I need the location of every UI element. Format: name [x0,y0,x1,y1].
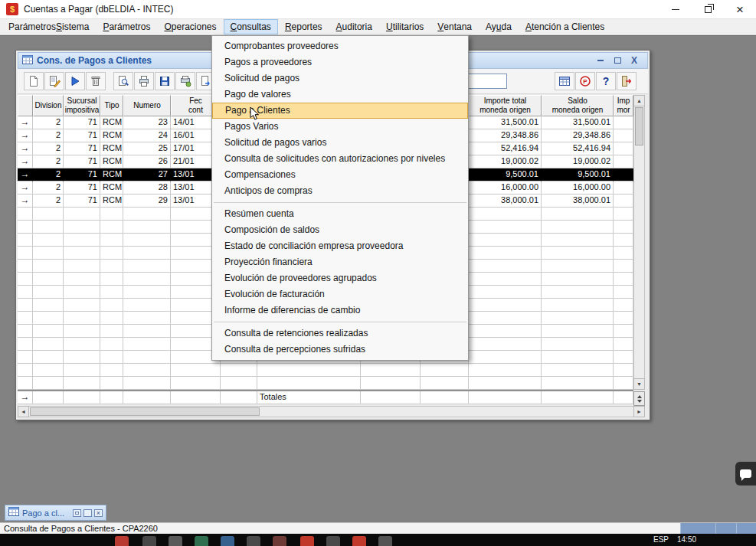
taskbar-app-icon[interactable] [378,536,392,546]
taskbar-app-icon[interactable] [326,536,340,546]
column-header-saldo-moneda-origen[interactable]: Saldomoneda origen [542,95,614,116]
cell-imp-mor [614,181,633,195]
column-header-sucursal-impositiva[interactable]: Sucursalimpositiva [64,95,100,116]
menubar-item-parametros-sistema[interactable]: Parámetros Sistema [2,19,96,34]
vertical-scroll-thumb[interactable] [635,107,643,145]
help-button[interactable]: ? [596,72,616,90]
cell-imp-mor [614,286,633,299]
menu-item-informe-de-diferencias-de-cambio[interactable]: Informe de diferencias de cambio [212,302,468,319]
menu-item-solicitud-de-pagos[interactable]: Solicitud de pagos [212,70,468,87]
close-button[interactable]: × [724,0,756,18]
taskbar-app-icon[interactable] [221,536,234,546]
mini-restore-button[interactable] [73,509,81,517]
edit-record-button[interactable] [44,72,64,90]
grid-button[interactable] [555,72,574,90]
menu-item-evolucion-de-facturacion[interactable]: Evolución de facturación [212,286,468,302]
column-header-tipo[interactable]: Tipo [100,95,123,116]
column-header-division[interactable]: Division [33,95,64,116]
cell-imp-mor [614,325,633,338]
column-header-imp-mor[interactable]: Impmor [614,95,633,116]
menubar-item-atencion-a-clientes[interactable]: Atención a Clientes [519,19,611,34]
menubar-item-consultas[interactable]: Consultas [224,19,278,34]
print-button[interactable] [134,72,154,90]
child-minimize-button[interactable] [596,56,605,65]
menu-item-anticipos-de-compras[interactable]: Anticipos de compras [212,183,468,199]
column-header-numero[interactable]: Numero [123,95,171,116]
preview-icon [117,75,129,87]
vertical-scrollbar[interactable]: ▲ ▼ [633,95,645,390]
grid-empty-row[interactable] [18,377,633,390]
minimized-window[interactable]: Pago a cl... × [5,505,106,521]
toolbar-right-buttons: P? [555,72,637,90]
cell-saldo-moneda-origen: 52,416.94 [542,142,614,155]
cell-importe-total-moneda-origen [469,299,542,312]
p-circle-button[interactable]: P [575,72,595,90]
taskbar-app-icon[interactable] [273,536,286,546]
cell-sucursal-impositiva: 71 [64,142,100,155]
child-restore-button[interactable] [613,56,622,65]
taskbar-app-icon[interactable] [169,536,182,546]
taskbar-language[interactable]: ESP [653,535,669,544]
scroll-up-button[interactable]: ▲ [633,95,645,106]
cell-division: 2 [33,129,64,142]
exit-button[interactable] [617,72,637,90]
menu-item-pagos-varios[interactable]: Pagos Varios [212,119,468,135]
mini-close-button[interactable]: × [94,509,103,517]
minimize-button[interactable] [659,0,692,18]
menu-item-estado-de-conciliacion-empresa-proveedora[interactable]: Estado de conciliación empresa proveedor… [212,238,468,254]
row-selector [18,221,33,234]
scroll-left-button[interactable]: ◄ [18,406,29,417]
taskbar-app-icon[interactable] [195,536,208,546]
menubar-item-operaciones[interactable]: Operaciones [157,19,223,34]
restore-icon [705,6,712,13]
cell-sucursal-impositiva [64,338,100,351]
taskbar-clock[interactable]: 14:50 [677,535,696,544]
menu-item-pagos-a-proveedores[interactable]: Pagos a proveedores [212,54,468,70]
menu-item-consulta-de-percepciones-sufridas[interactable]: Consulta de percepciones sufridas [212,342,468,358]
taskbar-app-icon[interactable] [247,536,260,546]
menu-item-evolucion-de-proveedores-agrupados[interactable]: Evolución de proveedores agrupados [212,270,468,286]
menu-item-consulta-de-solicitudes-con-autorizaciones-por-niveles[interactable]: Consulta de solicitudes con autorizacion… [212,151,468,167]
menu-item-resumen-cuenta[interactable]: Resúmen cuenta [212,206,468,222]
run-query-button[interactable] [65,72,85,90]
menubar-item-reportes[interactable]: Reportes [278,19,329,34]
menubar-item-parametros[interactable]: Parámetros [96,19,157,34]
horizontal-scroll-thumb[interactable] [30,407,260,416]
row-selector: → [18,155,33,168]
chat-overlay-button[interactable] [735,462,756,486]
taskbar-app-icon[interactable] [115,536,129,546]
menu-item-pago-a-clientes[interactable]: Pago a Clientes [212,103,468,119]
menu-item-solicitud-de-pagos-varios[interactable]: Solicitud de pagos varios [212,135,468,151]
menu-item-pago-de-valores[interactable]: Pago de valores [212,87,468,103]
mini-maximize-button[interactable] [83,509,92,517]
menubar-item-auditoria[interactable]: Auditoria [329,19,379,34]
taskbar-app-icon[interactable] [352,536,366,546]
delete-record-button[interactable] [86,72,106,90]
grid-totals-row: →Totales [18,390,633,404]
totals-spinner[interactable] [633,391,645,406]
menu-item-composicion-de-saldos[interactable]: Composición de saldos [212,222,468,238]
taskbar-app-icon[interactable] [142,536,156,546]
menu-item-comprobantes-proveedores[interactable]: Comprobantes proveedores [212,38,468,54]
menubar-item-ayuda[interactable]: Ayuda [479,19,519,34]
new-document-button[interactable] [24,72,44,90]
menu-item-consulta-de-retenciones-realizadas[interactable]: Consulta de retenciones realizadas [212,325,468,342]
horizontal-scrollbar[interactable]: ◄ ► [18,406,645,417]
scroll-right-button[interactable]: ► [633,406,645,417]
cell-numero: 28 [123,181,171,195]
print-setup-button[interactable] [175,72,195,90]
menu-item-compensaciones[interactable]: Compensaciones [212,167,468,183]
preview-button[interactable] [113,72,133,90]
menubar-item-utilitarios[interactable]: Utilitarios [379,19,430,34]
scroll-down-button[interactable]: ▼ [633,378,645,390]
restore-button[interactable] [692,0,724,18]
column-header-importe-total-moneda-origen[interactable]: Importe totalmoneda origen [469,95,542,116]
menu-item-proyeccion-financiera[interactable]: Proyección financiera [212,254,468,270]
save-button[interactable] [155,72,175,90]
cell-imp-mor [614,142,633,155]
cell-imp-mor [614,312,633,325]
menubar-item-ventana[interactable]: Ventana [430,19,479,34]
taskbar-app-icon[interactable] [300,536,314,546]
child-close-button[interactable]: X [630,56,639,65]
grid-empty-row[interactable] [18,364,633,377]
